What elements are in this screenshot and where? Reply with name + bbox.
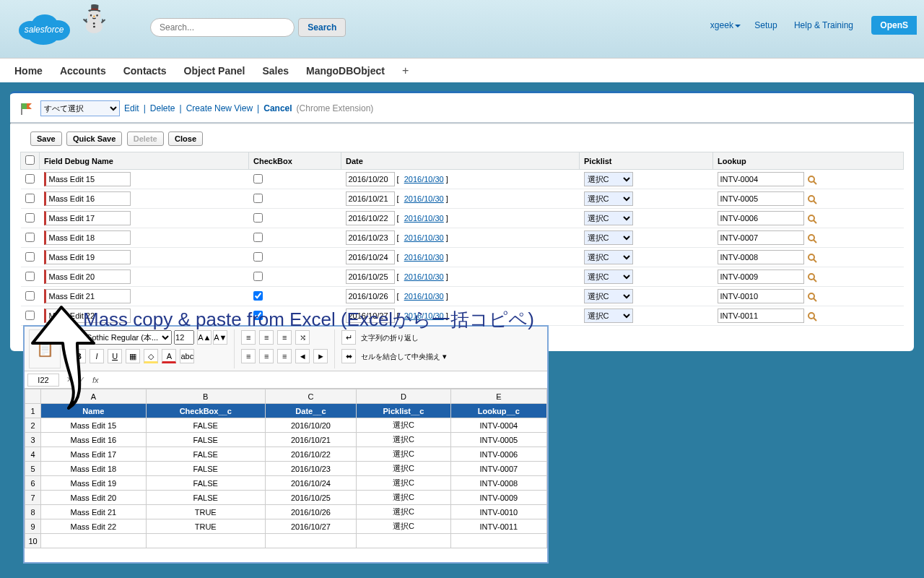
date-link[interactable]: 2016/10/30 [404,233,444,242]
open-button[interactable]: OpenS [871,16,917,35]
formula-input[interactable] [103,374,544,387]
lookup-icon[interactable] [807,272,817,282]
lookup-icon[interactable] [807,311,817,322]
name-input[interactable] [44,191,131,206]
borders-button[interactable]: ▦ [126,349,140,363]
col-date[interactable]: Date [341,152,580,170]
lookup-icon[interactable] [807,253,817,263]
excel-col-head[interactable]: E [450,389,546,404]
row-checkbox[interactable] [25,194,35,203]
excel-header-cell[interactable]: Picklist__c [357,404,451,418]
lookup-input[interactable] [718,172,804,186]
excel-cell[interactable]: INTV-0010 [450,505,546,519]
excel-cell[interactable]: 選択C [357,433,451,447]
excel-cell[interactable]: INTV-0009 [450,491,546,505]
search-button[interactable]: Search [298,18,346,37]
tab-accounts[interactable]: Accounts [60,65,106,77]
name-input[interactable] [44,211,131,225]
col-checkbox[interactable]: CheckBox [249,152,341,170]
picklist-select[interactable]: 選択C [584,250,633,264]
lookup-icon[interactable] [807,233,817,243]
orientation-button[interactable]: ⤭ [295,330,310,345]
excel-header-cell[interactable]: Date__c [265,404,356,418]
excel-row-head[interactable]: 10 [25,534,41,548]
lookup-icon[interactable] [807,194,817,204]
lookup-input[interactable] [718,289,804,303]
save-button[interactable]: Save [30,131,62,146]
lookup-input[interactable] [718,250,804,264]
picklist-select[interactable]: 選択C [584,269,633,284]
picklist-select[interactable]: 選択C [584,309,633,323]
name-input[interactable] [44,250,131,264]
excel-cell[interactable]: 2016/10/24 [265,476,356,491]
date-input[interactable] [346,211,395,225]
date-input[interactable] [346,230,395,245]
tab-contacts[interactable]: Contacts [123,65,167,77]
lookup-input[interactable] [718,211,804,225]
lookup-input[interactable] [718,309,804,323]
excel-cell[interactable]: 2016/10/23 [265,462,356,476]
row-checkbox[interactable] [25,174,35,184]
delete-button[interactable]: Delete [127,131,164,146]
excel-cell[interactable]: Mass Edit 21 [41,505,147,519]
excel-row-head[interactable]: 3 [25,433,41,447]
excel-cell[interactable]: FALSE [146,476,265,491]
picklist-select[interactable]: 選択C [584,211,633,225]
decrease-font-button[interactable]: A▼ [213,330,227,345]
excel-cell[interactable]: 選択C [357,462,451,476]
row-checkbox[interactable] [25,272,35,281]
search-input[interactable] [150,18,295,37]
excel-cell[interactable]: TRUE [146,505,265,519]
date-input[interactable] [346,191,395,206]
excel-cell[interactable]: 選択C [357,447,451,462]
excel-cell[interactable]: 選択C [357,505,451,519]
date-link[interactable]: 2016/10/30 [404,272,444,281]
excel-row-head[interactable]: 9 [25,519,41,534]
excel-col-head[interactable]: B [146,389,265,404]
lookup-icon[interactable] [807,175,817,185]
select-all-checkbox[interactable] [25,155,35,165]
excel-row-head[interactable]: 4 [25,447,41,462]
align-center-button[interactable]: ≡ [259,349,274,363]
excel-row-head[interactable]: 5 [25,462,41,476]
view-select[interactable]: すべて選択 [40,100,120,116]
align-middle-button[interactable]: ≡ [259,330,274,345]
quick-save-button[interactable]: Quick Save [66,131,122,146]
picklist-select[interactable]: 選択C [584,172,633,186]
excel-cell[interactable]: FALSE [146,462,265,476]
increase-font-button[interactable]: A▲ [197,330,212,345]
excel-cell[interactable]: FALSE [146,447,265,462]
create-view-link[interactable]: Create New View [186,103,253,113]
row-checkbox[interactable] [25,213,35,223]
excel-cell[interactable]: FALSE [146,433,265,447]
excel-header-cell[interactable]: Lookup__c [450,404,546,418]
excel-cell[interactable]: TRUE [146,519,265,534]
name-input[interactable] [44,172,131,186]
tab-home[interactable]: Home [14,65,43,77]
col-picklist[interactable]: Picklist [580,152,713,170]
date-link[interactable]: 2016/10/30 [404,194,444,203]
excel-row-head[interactable]: 8 [25,505,41,519]
picklist-select[interactable]: 選択C [584,230,633,245]
excel-cell[interactable]: 2016/10/20 [265,418,356,433]
excel-row-head[interactable]: 2 [25,418,41,433]
align-top-button[interactable]: ≡ [241,330,256,345]
excel-row-head[interactable]: 6 [25,476,41,491]
excel-cell[interactable]: 2016/10/25 [265,491,356,505]
excel-cell[interactable]: Mass Edit 19 [41,476,147,491]
checkbox-input[interactable] [253,291,263,301]
excel-cell[interactable]: Mass Edit 15 [41,418,147,433]
align-right-button[interactable]: ≡ [277,349,292,363]
edit-view-link[interactable]: Edit [124,103,139,113]
excel-cell[interactable]: Mass Edit 16 [41,433,147,447]
checkbox-input[interactable] [253,252,263,262]
wrap-text-button[interactable]: ↵ [341,330,356,345]
excel-cell[interactable]: INTV-0006 [450,447,546,462]
font-size-input[interactable] [174,330,194,345]
excel-col-head[interactable]: D [357,389,451,404]
picklist-select[interactable]: 選択C [584,289,633,303]
checkbox-input[interactable] [253,174,263,184]
excel-cell[interactable]: 2016/10/26 [265,505,356,519]
date-link[interactable]: 2016/10/30 [404,214,444,223]
setup-link[interactable]: Setup [754,20,777,30]
